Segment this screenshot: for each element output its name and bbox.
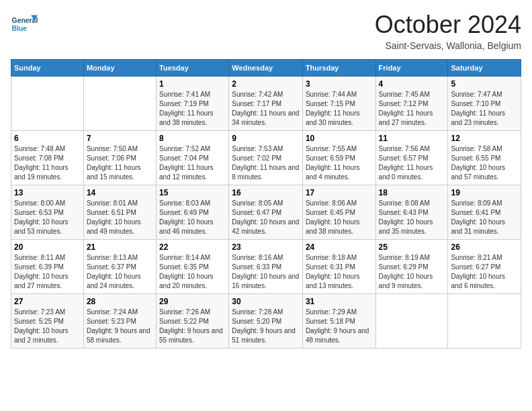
day-info: Sunrise: 7:29 AMSunset: 5:18 PMDaylight:… bbox=[306, 308, 373, 345]
week-row-1: 1Sunrise: 7:41 AMSunset: 7:19 PMDaylight… bbox=[11, 77, 521, 131]
calendar-cell: 9Sunrise: 7:53 AMSunset: 7:02 PMDaylight… bbox=[229, 131, 303, 185]
calendar-cell bbox=[375, 294, 448, 349]
calendar-cell: 3Sunrise: 7:44 AMSunset: 7:15 PMDaylight… bbox=[302, 77, 375, 131]
calendar-cell bbox=[448, 294, 521, 349]
day-number: 6 bbox=[14, 134, 81, 143]
page-header: General Blue October 2024 Saint-Servais,… bbox=[11, 11, 521, 51]
day-number: 25 bbox=[379, 242, 445, 252]
week-row-5: 27Sunrise: 7:23 AMSunset: 5:25 PMDayligh… bbox=[11, 294, 521, 349]
day-info: Sunrise: 7:23 AMSunset: 5:25 PMDaylight:… bbox=[14, 308, 81, 345]
calendar-cell: 22Sunrise: 8:14 AMSunset: 6:35 PMDayligh… bbox=[157, 240, 229, 294]
calendar-cell: 14Sunrise: 8:01 AMSunset: 6:51 PMDayligh… bbox=[83, 185, 156, 240]
day-number: 3 bbox=[306, 79, 373, 89]
day-info: Sunrise: 7:56 AMSunset: 6:57 PMDaylight:… bbox=[379, 144, 445, 182]
day-info: Sunrise: 8:01 AMSunset: 6:51 PMDaylight:… bbox=[87, 199, 153, 236]
day-number: 24 bbox=[306, 242, 373, 252]
day-info: Sunrise: 7:52 AMSunset: 7:04 PMDaylight:… bbox=[159, 144, 226, 182]
calendar-cell: 26Sunrise: 8:21 AMSunset: 6:27 PMDayligh… bbox=[448, 240, 521, 294]
day-info: Sunrise: 7:48 AMSunset: 7:08 PMDaylight:… bbox=[14, 144, 81, 182]
calendar-cell: 24Sunrise: 8:18 AMSunset: 6:31 PMDayligh… bbox=[302, 240, 375, 294]
day-header-tuesday: Tuesday bbox=[157, 60, 229, 77]
day-info: Sunrise: 7:58 AMSunset: 6:55 PMDaylight:… bbox=[451, 144, 518, 182]
day-number: 29 bbox=[159, 297, 226, 306]
day-info: Sunrise: 7:44 AMSunset: 7:15 PMDaylight:… bbox=[306, 90, 373, 128]
day-number: 26 bbox=[451, 242, 518, 252]
day-number: 21 bbox=[87, 242, 153, 252]
calendar-cell: 13Sunrise: 8:00 AMSunset: 6:53 PMDayligh… bbox=[11, 185, 84, 240]
day-info: Sunrise: 7:24 AMSunset: 5:23 PMDaylight:… bbox=[87, 308, 153, 345]
day-number: 31 bbox=[306, 297, 373, 306]
day-header-wednesday: Wednesday bbox=[229, 60, 303, 77]
week-row-3: 13Sunrise: 8:00 AMSunset: 6:53 PMDayligh… bbox=[11, 185, 521, 240]
calendar-cell: 11Sunrise: 7:56 AMSunset: 6:57 PMDayligh… bbox=[375, 131, 448, 185]
day-number: 30 bbox=[232, 297, 300, 306]
day-info: Sunrise: 7:42 AMSunset: 7:17 PMDaylight:… bbox=[232, 90, 300, 128]
day-number: 13 bbox=[14, 188, 81, 197]
calendar-cell: 6Sunrise: 7:48 AMSunset: 7:08 PMDaylight… bbox=[11, 131, 84, 185]
day-header-friday: Friday bbox=[375, 60, 448, 77]
day-number: 23 bbox=[232, 242, 300, 252]
day-number: 4 bbox=[379, 79, 445, 89]
calendar-cell: 12Sunrise: 7:58 AMSunset: 6:55 PMDayligh… bbox=[448, 131, 521, 185]
calendar-cell: 16Sunrise: 8:05 AMSunset: 6:47 PMDayligh… bbox=[229, 185, 303, 240]
calendar-cell: 20Sunrise: 8:11 AMSunset: 6:39 PMDayligh… bbox=[11, 240, 84, 294]
calendar-cell: 10Sunrise: 7:55 AMSunset: 6:59 PMDayligh… bbox=[302, 131, 375, 185]
day-info: Sunrise: 7:28 AMSunset: 5:20 PMDaylight:… bbox=[232, 308, 300, 345]
day-number: 1 bbox=[159, 79, 226, 89]
day-info: Sunrise: 8:05 AMSunset: 6:47 PMDaylight:… bbox=[232, 199, 300, 236]
day-header-monday: Monday bbox=[83, 60, 156, 77]
calendar-cell: 15Sunrise: 8:03 AMSunset: 6:49 PMDayligh… bbox=[157, 185, 229, 240]
day-number: 10 bbox=[306, 134, 373, 143]
day-number: 7 bbox=[87, 134, 153, 143]
day-info: Sunrise: 7:55 AMSunset: 6:59 PMDaylight:… bbox=[306, 144, 373, 182]
day-number: 15 bbox=[159, 188, 226, 197]
calendar-cell: 31Sunrise: 7:29 AMSunset: 5:18 PMDayligh… bbox=[302, 294, 375, 349]
calendar-cell: 30Sunrise: 7:28 AMSunset: 5:20 PMDayligh… bbox=[229, 294, 303, 349]
day-number: 9 bbox=[232, 134, 300, 143]
day-number: 12 bbox=[451, 134, 518, 143]
day-info: Sunrise: 8:00 AMSunset: 6:53 PMDaylight:… bbox=[14, 199, 81, 236]
day-number: 28 bbox=[87, 297, 153, 306]
calendar-cell bbox=[83, 77, 156, 131]
calendar-cell: 25Sunrise: 8:19 AMSunset: 6:29 PMDayligh… bbox=[375, 240, 448, 294]
day-info: Sunrise: 8:14 AMSunset: 6:35 PMDaylight:… bbox=[159, 253, 226, 291]
day-number: 5 bbox=[451, 79, 518, 89]
day-info: Sunrise: 7:47 AMSunset: 7:10 PMDaylight:… bbox=[451, 90, 518, 128]
day-header-saturday: Saturday bbox=[448, 60, 521, 77]
calendar-table: SundayMondayTuesdayWednesdayThursdayFrid… bbox=[11, 59, 521, 349]
title-block: October 2024 Saint-Servais, Wallonia, Be… bbox=[375, 11, 521, 51]
day-number: 11 bbox=[379, 134, 445, 143]
day-number: 20 bbox=[14, 242, 81, 252]
day-header-sunday: Sunday bbox=[11, 60, 84, 77]
calendar-cell: 28Sunrise: 7:24 AMSunset: 5:23 PMDayligh… bbox=[83, 294, 156, 349]
day-info: Sunrise: 7:50 AMSunset: 7:06 PMDaylight:… bbox=[87, 144, 153, 182]
calendar-cell: 1Sunrise: 7:41 AMSunset: 7:19 PMDaylight… bbox=[157, 77, 229, 131]
day-number: 8 bbox=[159, 134, 226, 143]
calendar-cell: 23Sunrise: 8:16 AMSunset: 6:33 PMDayligh… bbox=[229, 240, 303, 294]
calendar-cell: 18Sunrise: 8:08 AMSunset: 6:43 PMDayligh… bbox=[375, 185, 448, 240]
day-info: Sunrise: 7:53 AMSunset: 7:02 PMDaylight:… bbox=[232, 144, 300, 182]
week-row-2: 6Sunrise: 7:48 AMSunset: 7:08 PMDaylight… bbox=[11, 131, 521, 185]
day-info: Sunrise: 7:26 AMSunset: 5:22 PMDaylight:… bbox=[159, 308, 226, 345]
calendar-cell: 7Sunrise: 7:50 AMSunset: 7:06 PMDaylight… bbox=[83, 131, 156, 185]
day-info: Sunrise: 8:18 AMSunset: 6:31 PMDaylight:… bbox=[306, 253, 373, 291]
day-number: 16 bbox=[232, 188, 300, 197]
day-info: Sunrise: 8:03 AMSunset: 6:49 PMDaylight:… bbox=[159, 199, 226, 236]
day-number: 27 bbox=[14, 297, 81, 306]
day-info: Sunrise: 7:45 AMSunset: 7:12 PMDaylight:… bbox=[379, 90, 445, 128]
day-number: 19 bbox=[451, 188, 518, 197]
day-header-row: SundayMondayTuesdayWednesdayThursdayFrid… bbox=[11, 60, 521, 77]
calendar-cell: 19Sunrise: 8:09 AMSunset: 6:41 PMDayligh… bbox=[448, 185, 521, 240]
calendar-cell: 27Sunrise: 7:23 AMSunset: 5:25 PMDayligh… bbox=[11, 294, 84, 349]
day-info: Sunrise: 8:09 AMSunset: 6:41 PMDaylight:… bbox=[451, 199, 518, 236]
day-info: Sunrise: 8:21 AMSunset: 6:27 PMDaylight:… bbox=[451, 253, 518, 291]
day-info: Sunrise: 8:06 AMSunset: 6:45 PMDaylight:… bbox=[306, 199, 373, 236]
day-number: 18 bbox=[379, 188, 445, 197]
calendar-cell: 21Sunrise: 8:13 AMSunset: 6:37 PMDayligh… bbox=[83, 240, 156, 294]
day-info: Sunrise: 7:41 AMSunset: 7:19 PMDaylight:… bbox=[159, 90, 226, 128]
location: Saint-Servais, Wallonia, Belgium bbox=[375, 40, 521, 51]
calendar-cell bbox=[11, 77, 84, 131]
logo: General Blue bbox=[11, 11, 40, 38]
calendar-cell: 17Sunrise: 8:06 AMSunset: 6:45 PMDayligh… bbox=[302, 185, 375, 240]
calendar-cell: 29Sunrise: 7:26 AMSunset: 5:22 PMDayligh… bbox=[157, 294, 229, 349]
